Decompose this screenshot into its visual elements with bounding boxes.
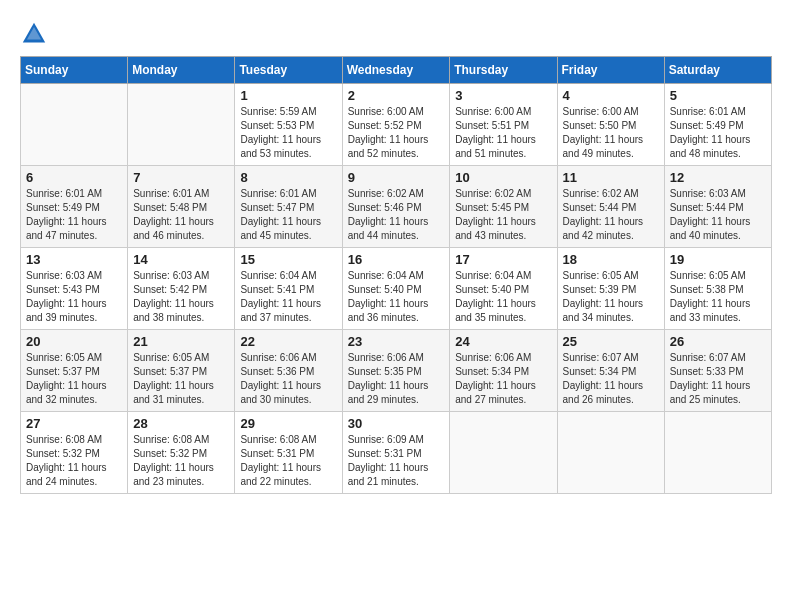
- day-header-saturday: Saturday: [664, 57, 771, 84]
- day-number: 8: [240, 170, 336, 185]
- day-number: 29: [240, 416, 336, 431]
- day-header-sunday: Sunday: [21, 57, 128, 84]
- calendar-cell: 6Sunrise: 6:01 AM Sunset: 5:49 PM Daylig…: [21, 166, 128, 248]
- day-number: 10: [455, 170, 551, 185]
- day-header-tuesday: Tuesday: [235, 57, 342, 84]
- day-info: Sunrise: 6:04 AM Sunset: 5:41 PM Dayligh…: [240, 269, 336, 325]
- day-number: 25: [563, 334, 659, 349]
- calendar-cell: 29Sunrise: 6:08 AM Sunset: 5:31 PM Dayli…: [235, 412, 342, 494]
- day-number: 14: [133, 252, 229, 267]
- day-info: Sunrise: 6:00 AM Sunset: 5:51 PM Dayligh…: [455, 105, 551, 161]
- day-number: 28: [133, 416, 229, 431]
- day-info: Sunrise: 5:59 AM Sunset: 5:53 PM Dayligh…: [240, 105, 336, 161]
- day-info: Sunrise: 6:01 AM Sunset: 5:47 PM Dayligh…: [240, 187, 336, 243]
- day-number: 30: [348, 416, 445, 431]
- calendar-header-row: SundayMondayTuesdayWednesdayThursdayFrid…: [21, 57, 772, 84]
- calendar-cell: 19Sunrise: 6:05 AM Sunset: 5:38 PM Dayli…: [664, 248, 771, 330]
- day-number: 4: [563, 88, 659, 103]
- day-number: 23: [348, 334, 445, 349]
- day-number: 21: [133, 334, 229, 349]
- logo: [20, 20, 52, 48]
- day-info: Sunrise: 6:06 AM Sunset: 5:36 PM Dayligh…: [240, 351, 336, 407]
- day-number: 15: [240, 252, 336, 267]
- day-number: 11: [563, 170, 659, 185]
- day-info: Sunrise: 6:02 AM Sunset: 5:45 PM Dayligh…: [455, 187, 551, 243]
- day-info: Sunrise: 6:02 AM Sunset: 5:46 PM Dayligh…: [348, 187, 445, 243]
- calendar-week-row: 27Sunrise: 6:08 AM Sunset: 5:32 PM Dayli…: [21, 412, 772, 494]
- day-info: Sunrise: 6:03 AM Sunset: 5:42 PM Dayligh…: [133, 269, 229, 325]
- day-info: Sunrise: 6:08 AM Sunset: 5:31 PM Dayligh…: [240, 433, 336, 489]
- calendar-cell: 15Sunrise: 6:04 AM Sunset: 5:41 PM Dayli…: [235, 248, 342, 330]
- day-info: Sunrise: 6:00 AM Sunset: 5:50 PM Dayligh…: [563, 105, 659, 161]
- day-info: Sunrise: 6:07 AM Sunset: 5:34 PM Dayligh…: [563, 351, 659, 407]
- day-number: 16: [348, 252, 445, 267]
- calendar-week-row: 1Sunrise: 5:59 AM Sunset: 5:53 PM Daylig…: [21, 84, 772, 166]
- calendar-cell: 17Sunrise: 6:04 AM Sunset: 5:40 PM Dayli…: [450, 248, 557, 330]
- calendar-cell: 28Sunrise: 6:08 AM Sunset: 5:32 PM Dayli…: [128, 412, 235, 494]
- day-number: 19: [670, 252, 766, 267]
- calendar-cell: [21, 84, 128, 166]
- day-info: Sunrise: 6:05 AM Sunset: 5:38 PM Dayligh…: [670, 269, 766, 325]
- calendar-cell: 7Sunrise: 6:01 AM Sunset: 5:48 PM Daylig…: [128, 166, 235, 248]
- day-number: 5: [670, 88, 766, 103]
- calendar-cell: 13Sunrise: 6:03 AM Sunset: 5:43 PM Dayli…: [21, 248, 128, 330]
- day-info: Sunrise: 6:08 AM Sunset: 5:32 PM Dayligh…: [133, 433, 229, 489]
- day-info: Sunrise: 6:04 AM Sunset: 5:40 PM Dayligh…: [348, 269, 445, 325]
- calendar-cell: 22Sunrise: 6:06 AM Sunset: 5:36 PM Dayli…: [235, 330, 342, 412]
- calendar-cell: 9Sunrise: 6:02 AM Sunset: 5:46 PM Daylig…: [342, 166, 450, 248]
- day-number: 24: [455, 334, 551, 349]
- day-info: Sunrise: 6:01 AM Sunset: 5:49 PM Dayligh…: [26, 187, 122, 243]
- day-number: 18: [563, 252, 659, 267]
- day-info: Sunrise: 6:08 AM Sunset: 5:32 PM Dayligh…: [26, 433, 122, 489]
- calendar-cell: 23Sunrise: 6:06 AM Sunset: 5:35 PM Dayli…: [342, 330, 450, 412]
- calendar-week-row: 13Sunrise: 6:03 AM Sunset: 5:43 PM Dayli…: [21, 248, 772, 330]
- calendar-cell: 4Sunrise: 6:00 AM Sunset: 5:50 PM Daylig…: [557, 84, 664, 166]
- day-number: 17: [455, 252, 551, 267]
- calendar-cell: 16Sunrise: 6:04 AM Sunset: 5:40 PM Dayli…: [342, 248, 450, 330]
- day-info: Sunrise: 6:01 AM Sunset: 5:48 PM Dayligh…: [133, 187, 229, 243]
- calendar-cell: 3Sunrise: 6:00 AM Sunset: 5:51 PM Daylig…: [450, 84, 557, 166]
- day-info: Sunrise: 6:00 AM Sunset: 5:52 PM Dayligh…: [348, 105, 445, 161]
- calendar-cell: 5Sunrise: 6:01 AM Sunset: 5:49 PM Daylig…: [664, 84, 771, 166]
- day-number: 27: [26, 416, 122, 431]
- day-info: Sunrise: 6:03 AM Sunset: 5:43 PM Dayligh…: [26, 269, 122, 325]
- calendar-cell: 12Sunrise: 6:03 AM Sunset: 5:44 PM Dayli…: [664, 166, 771, 248]
- day-info: Sunrise: 6:05 AM Sunset: 5:37 PM Dayligh…: [133, 351, 229, 407]
- calendar-cell: 14Sunrise: 6:03 AM Sunset: 5:42 PM Dayli…: [128, 248, 235, 330]
- day-info: Sunrise: 6:07 AM Sunset: 5:33 PM Dayligh…: [670, 351, 766, 407]
- day-number: 9: [348, 170, 445, 185]
- calendar-cell: 27Sunrise: 6:08 AM Sunset: 5:32 PM Dayli…: [21, 412, 128, 494]
- day-number: 26: [670, 334, 766, 349]
- calendar-table: SundayMondayTuesdayWednesdayThursdayFrid…: [20, 56, 772, 494]
- calendar-cell: 20Sunrise: 6:05 AM Sunset: 5:37 PM Dayli…: [21, 330, 128, 412]
- day-header-monday: Monday: [128, 57, 235, 84]
- day-info: Sunrise: 6:05 AM Sunset: 5:37 PM Dayligh…: [26, 351, 122, 407]
- day-header-thursday: Thursday: [450, 57, 557, 84]
- calendar-cell: 8Sunrise: 6:01 AM Sunset: 5:47 PM Daylig…: [235, 166, 342, 248]
- calendar-cell: [557, 412, 664, 494]
- day-number: 13: [26, 252, 122, 267]
- day-header-wednesday: Wednesday: [342, 57, 450, 84]
- calendar-cell: 18Sunrise: 6:05 AM Sunset: 5:39 PM Dayli…: [557, 248, 664, 330]
- calendar-cell: 26Sunrise: 6:07 AM Sunset: 5:33 PM Dayli…: [664, 330, 771, 412]
- day-header-friday: Friday: [557, 57, 664, 84]
- calendar-cell: 30Sunrise: 6:09 AM Sunset: 5:31 PM Dayli…: [342, 412, 450, 494]
- day-number: 7: [133, 170, 229, 185]
- day-number: 20: [26, 334, 122, 349]
- day-number: 6: [26, 170, 122, 185]
- day-number: 3: [455, 88, 551, 103]
- calendar-cell: 24Sunrise: 6:06 AM Sunset: 5:34 PM Dayli…: [450, 330, 557, 412]
- day-info: Sunrise: 6:06 AM Sunset: 5:35 PM Dayligh…: [348, 351, 445, 407]
- calendar-cell: 10Sunrise: 6:02 AM Sunset: 5:45 PM Dayli…: [450, 166, 557, 248]
- day-info: Sunrise: 6:03 AM Sunset: 5:44 PM Dayligh…: [670, 187, 766, 243]
- calendar-cell: 1Sunrise: 5:59 AM Sunset: 5:53 PM Daylig…: [235, 84, 342, 166]
- day-info: Sunrise: 6:04 AM Sunset: 5:40 PM Dayligh…: [455, 269, 551, 325]
- day-number: 1: [240, 88, 336, 103]
- day-info: Sunrise: 6:06 AM Sunset: 5:34 PM Dayligh…: [455, 351, 551, 407]
- day-info: Sunrise: 6:01 AM Sunset: 5:49 PM Dayligh…: [670, 105, 766, 161]
- day-info: Sunrise: 6:09 AM Sunset: 5:31 PM Dayligh…: [348, 433, 445, 489]
- calendar-cell: 21Sunrise: 6:05 AM Sunset: 5:37 PM Dayli…: [128, 330, 235, 412]
- day-number: 2: [348, 88, 445, 103]
- calendar-cell: 11Sunrise: 6:02 AM Sunset: 5:44 PM Dayli…: [557, 166, 664, 248]
- calendar-week-row: 20Sunrise: 6:05 AM Sunset: 5:37 PM Dayli…: [21, 330, 772, 412]
